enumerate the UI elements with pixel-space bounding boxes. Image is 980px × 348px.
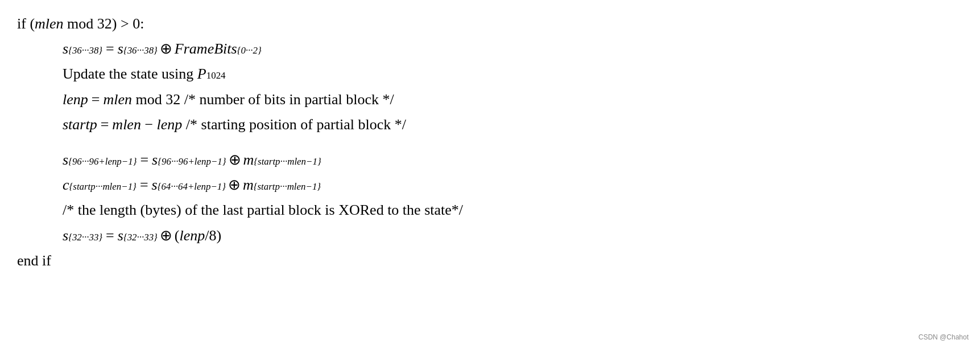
m-var1: m: [243, 148, 254, 173]
open-paren: (: [30, 11, 35, 36]
oplus1: ⊕: [160, 36, 172, 62]
oplus4: ⊕: [160, 223, 172, 248]
s-var6: s: [63, 223, 68, 248]
eq6: =: [106, 223, 114, 248]
mod-op: mod 32): [64, 11, 117, 36]
s96-line: s {96···96+lenp−1} = s {96···96+lenp−1} …: [17, 148, 963, 173]
lenp-var3: lenp: [180, 223, 205, 248]
eq1: =: [106, 36, 114, 62]
s-sub3: {96···96+lenp−1}: [68, 154, 137, 170]
s3233-line: s {32···33} = s {32···33} ⊕ ( lenp /8): [17, 223, 963, 248]
startp-var: startp: [63, 112, 97, 137]
oplus2: ⊕: [229, 148, 241, 173]
lenp-var: lenp: [63, 87, 88, 112]
s-sub5: {64···64+lenp−1}: [158, 179, 226, 195]
xor-comment: /* the length (bytes) of the last partia…: [63, 198, 463, 223]
s-var5: s: [152, 173, 158, 198]
startp-comment: /* starting position of partial block */: [186, 112, 406, 137]
startp-line: startp = mlen − lenp /* starting positio…: [17, 112, 963, 137]
p-sub: 1024: [206, 68, 226, 84]
minus-op: −: [141, 112, 157, 137]
mod-op2: mod 32: [132, 87, 184, 112]
math-content: if ( mlen mod 32) > 0: s {36···38} = s {…: [17, 11, 963, 273]
lenp-comment: /* number of bits in partial block */: [184, 87, 394, 112]
if-line: if ( mlen mod 32) > 0:: [17, 11, 963, 36]
update-line: Update the state using P 1024: [17, 62, 963, 87]
eq2: =: [92, 87, 100, 112]
s-sub7: {32···33}: [123, 230, 158, 246]
framebits-sub: {0···2}: [237, 43, 262, 59]
div-op: /8): [205, 223, 221, 248]
c-var: c: [63, 173, 69, 198]
eq5: =: [140, 173, 148, 198]
s-sub6: {32···33}: [68, 230, 102, 246]
s-sub4: {96···96+lenp−1}: [158, 154, 226, 170]
s-sub2: {36···38}: [123, 43, 158, 59]
s-var1: s: [63, 36, 68, 62]
gt-op: > 0:: [117, 11, 144, 36]
m-sub1: {startp···mlen−1}: [254, 154, 321, 170]
mlen-var2: mlen: [103, 87, 132, 112]
eq4: =: [140, 148, 148, 173]
open-paren2: (: [175, 223, 180, 248]
end-keyword: end if: [17, 248, 51, 273]
endif-line: end if: [17, 248, 963, 273]
p-var: P: [197, 62, 206, 87]
lenp-var2: lenp: [157, 112, 183, 137]
xor-comment-line: /* the length (bytes) of the last partia…: [17, 198, 963, 223]
s-var2: s: [118, 36, 123, 62]
m-var2: m: [243, 173, 254, 198]
update-text: Update the state using: [63, 62, 197, 87]
framebits-var: FrameBits: [175, 36, 237, 62]
if-keyword: if: [17, 11, 30, 36]
m-sub2: {startp···mlen−1}: [254, 179, 321, 195]
oplus3: ⊕: [228, 173, 241, 198]
watermark-text: CSDN @Chahot: [919, 333, 969, 341]
s-var4: s: [152, 148, 158, 173]
lenp-line: lenp = mlen mod 32 /* number of bits in …: [17, 87, 963, 112]
s-sub1: {36···38}: [68, 43, 102, 59]
mlen-var3: mlen: [112, 112, 141, 137]
eq3: =: [101, 112, 109, 137]
mlen-var: mlen: [35, 11, 64, 36]
spacer1: [17, 137, 963, 148]
s-var3: s: [63, 148, 68, 173]
c-line: c {startp···mlen−1} = s {64···64+lenp−1}…: [17, 173, 963, 198]
s3638-line: s {36···38} = s {36···38} ⊕ FrameBits {0…: [17, 36, 963, 62]
s-var7: s: [118, 223, 123, 248]
c-sub: {startp···mlen−1}: [69, 179, 137, 195]
